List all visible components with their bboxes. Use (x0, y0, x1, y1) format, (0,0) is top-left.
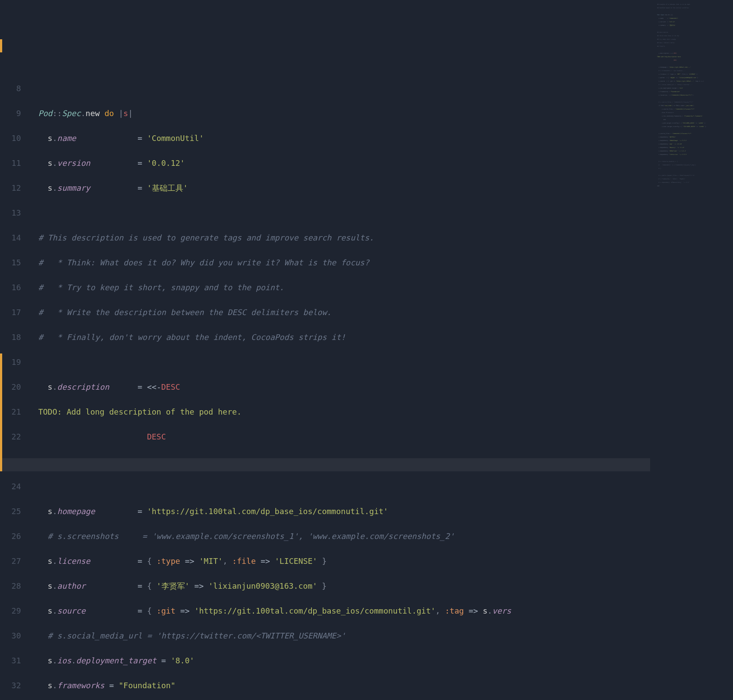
code-line[interactable] (29, 207, 650, 220)
current-line-highlight (0, 458, 650, 471)
code-content[interactable]: Pod::Spec.new do |s| s.name = 'CommonUti… (29, 71, 650, 700)
line-number: 32 (0, 679, 21, 693)
line-number: 15 (0, 257, 21, 270)
code-line[interactable]: s.license = { :type => 'MIT', :file => '… (29, 555, 650, 568)
modified-line-marker (0, 353, 2, 471)
code-line[interactable]: # * Write the description between the DE… (29, 306, 650, 319)
line-number: 20 (0, 381, 21, 394)
code-line[interactable]: TODO: Add long description of the pod he… (29, 406, 650, 419)
code-line[interactable] (29, 480, 650, 494)
code-line[interactable]: s.summary = '基础工具' (29, 182, 650, 195)
line-number: 26 (0, 530, 21, 543)
code-line[interactable] (29, 356, 650, 369)
code-line[interactable]: s.version = '0.0.12' (29, 157, 650, 170)
line-number: 8 (0, 82, 21, 96)
line-number: 30 (0, 630, 21, 643)
line-number: 22 (0, 431, 21, 444)
code-line[interactable]: # s.screenshots = 'www.example.com/scree… (29, 530, 650, 543)
line-number-gutter: 8 9 10 11 12 13 14 15 16 17 18 19 20 21 … (0, 71, 29, 700)
line-number: 27 (0, 555, 21, 568)
code-editor[interactable]: 8 9 10 11 12 13 14 15 16 17 18 19 20 21 … (0, 71, 650, 700)
line-number: 12 (0, 182, 21, 195)
line-number: 25 (0, 505, 21, 518)
code-line[interactable]: s.frameworks = "Foundation" (29, 679, 650, 693)
code-line[interactable]: # This description is used to generate t… (29, 232, 650, 245)
line-number: 31 (0, 655, 21, 668)
line-number: 10 (0, 132, 21, 145)
line-number: 19 (0, 356, 21, 369)
line-number: 29 (0, 605, 21, 618)
line-number: 21 (0, 406, 21, 419)
code-line[interactable]: Pod::Spec.new do |s| (29, 107, 650, 120)
line-number: 24 (0, 480, 21, 494)
code-line[interactable]: # * Finally, don't worry about the inden… (29, 331, 650, 344)
line-number: 16 (0, 281, 21, 295)
line-number: 18 (0, 331, 21, 344)
code-line[interactable]: s.name = 'CommonUtil' (29, 132, 650, 145)
code-line[interactable]: s.description = <<-DESC (29, 381, 650, 394)
line-number: 28 (0, 580, 21, 593)
code-line[interactable]: # * Try to keep it short, snappy and to … (29, 281, 650, 295)
modified-line-marker (0, 39, 2, 52)
code-line[interactable]: s.ios.deployment_target = '8.0' (29, 655, 650, 668)
minimap[interactable]: ## example of a podspec that is to be ke… (654, 0, 733, 700)
code-line[interactable]: # s.social_media_url = 'https://twitter.… (29, 630, 650, 643)
line-number: 17 (0, 306, 21, 319)
code-line[interactable]: # * Think: What does it do? Why did you … (29, 257, 650, 270)
code-line[interactable]: DESC (29, 431, 650, 444)
code-line[interactable]: s.source = { :git => 'https://git.100tal… (29, 605, 650, 618)
line-number: 9 (0, 107, 21, 120)
line-number: 11 (0, 157, 21, 170)
code-line[interactable] (29, 82, 650, 96)
line-number: 14 (0, 232, 21, 245)
code-line[interactable]: s.homepage = 'https://git.100tal.com/dp_… (29, 505, 650, 518)
code-line[interactable]: s.author = { '李贤军' => 'lixianjun0903@163… (29, 580, 650, 593)
line-number: 13 (0, 207, 21, 220)
